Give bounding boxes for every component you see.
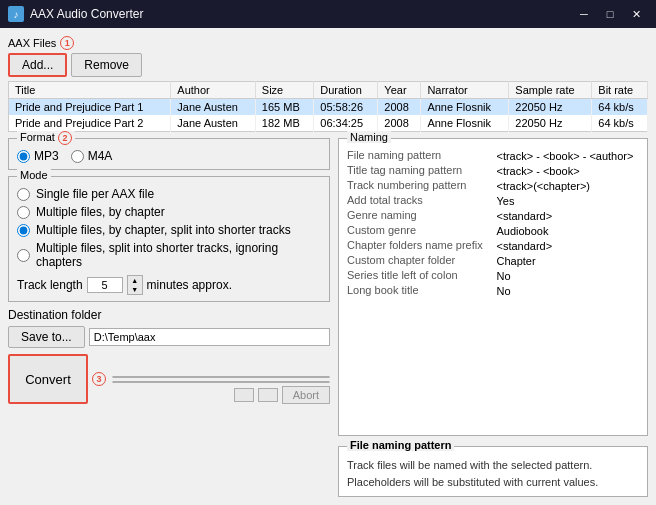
track-length-label: Track length — [17, 278, 83, 292]
mode-title: Mode — [17, 169, 51, 181]
file-table: Title Author Size Duration Year Narrator… — [8, 81, 648, 132]
format-m4a-radio[interactable] — [71, 150, 84, 163]
table-cell: 64 kb/s — [592, 99, 648, 116]
col-narrator: Narrator — [421, 82, 509, 99]
mode-option-3[interactable]: Multiple files, split into shorter track… — [17, 241, 321, 269]
naming-row: Title tag naming pattern<track> - <book> — [347, 164, 639, 177]
naming-key: Genre naming — [347, 209, 494, 222]
destination-label: Destination folder — [8, 308, 330, 322]
mode-option-0[interactable]: Single file per AAX file — [17, 187, 321, 201]
track-length-spinner: ▲ ▼ — [127, 275, 143, 295]
track-length-input[interactable] — [87, 277, 123, 293]
naming-value: <standard> — [496, 239, 639, 252]
naming-key: Chapter folders name prefix — [347, 239, 494, 252]
table-cell: Pride and Prejudice Part 1 — [9, 99, 171, 116]
aax-badge: 1 — [60, 36, 74, 50]
save-to-button[interactable]: Save to... — [8, 326, 85, 348]
mode-label-3: Multiple files, split into shorter track… — [36, 241, 321, 269]
progress-mini-btn-2[interactable] — [258, 388, 278, 402]
mode-option-1[interactable]: Multiple files, by chapter — [17, 205, 321, 219]
progress-bar-2 — [112, 381, 330, 383]
format-title: Format 2 — [17, 131, 75, 145]
main-content: AAX Files 1 Add... Remove Title Author S… — [0, 28, 656, 505]
table-cell: 2008 — [378, 115, 421, 132]
title-bar-controls: ─ □ ✕ — [572, 5, 648, 23]
spinner-down[interactable]: ▼ — [128, 285, 142, 294]
mode-radio-1[interactable] — [17, 206, 30, 219]
maximize-button[interactable]: □ — [598, 5, 622, 23]
naming-row: Genre naming<standard> — [347, 209, 639, 222]
bottom-section: Format 2 MP3 M4A Mode — [8, 138, 648, 497]
naming-row: Long book titleNo — [347, 284, 639, 297]
convert-button[interactable]: Convert — [8, 354, 88, 404]
naming-value: Yes — [496, 194, 639, 207]
table-cell: 06:34:25 — [314, 115, 378, 132]
col-bit-rate: Bit rate — [592, 82, 648, 99]
naming-row: Add total tracksYes — [347, 194, 639, 207]
naming-key: Title tag naming pattern — [347, 164, 494, 177]
naming-key: Series title left of colon — [347, 269, 494, 282]
right-panel: Naming File naming pattern<track> - <boo… — [338, 138, 648, 497]
naming-row: Track numbering pattern<track>(<chapter>… — [347, 179, 639, 192]
minimize-button[interactable]: ─ — [572, 5, 596, 23]
table-cell: 22050 Hz — [509, 99, 592, 116]
naming-value: <standard> — [496, 209, 639, 222]
convert-row: Convert 3 Abort — [8, 354, 330, 404]
table-cell: Pride and Prejudice Part 2 — [9, 115, 171, 132]
mode-radio-3[interactable] — [17, 249, 30, 262]
destination-row: Save to... — [8, 326, 330, 348]
format-m4a-option[interactable]: M4A — [71, 149, 113, 163]
title-bar-left: ♪ AAX Audio Converter — [8, 6, 143, 22]
format-options-row: MP3 M4A — [17, 149, 321, 163]
table-cell: 182 MB — [255, 115, 313, 132]
aax-buttons-row: Add... Remove — [8, 53, 648, 77]
table-row[interactable]: Pride and Prejudice Part 1Jane Austen165… — [9, 99, 648, 116]
mode-radio-0[interactable] — [17, 188, 30, 201]
aax-files-section: AAX Files 1 Add... Remove Title Author S… — [8, 36, 648, 132]
table-row[interactable]: Pride and Prejudice Part 2Jane Austen182… — [9, 115, 648, 132]
abort-button[interactable]: Abort — [282, 386, 330, 404]
naming-value: Chapter — [496, 254, 639, 267]
mode-option-2[interactable]: Multiple files, by chapter, split into s… — [17, 223, 321, 237]
naming-section: Naming File naming pattern<track> - <boo… — [338, 138, 648, 436]
title-bar: ♪ AAX Audio Converter ─ □ ✕ — [0, 0, 656, 28]
naming-title: Naming — [347, 131, 391, 143]
format-mp3-radio[interactable] — [17, 150, 30, 163]
naming-row: Custom chapter folderChapter — [347, 254, 639, 267]
table-cell: 2008 — [378, 99, 421, 116]
naming-table: File naming pattern<track> - <book> - <a… — [339, 139, 647, 303]
table-cell: Anne Flosnik — [421, 115, 509, 132]
naming-value: No — [496, 269, 639, 282]
progress-mini-btn-1[interactable] — [234, 388, 254, 402]
destination-section: Destination folder Save to... — [8, 308, 330, 348]
naming-key: Add total tracks — [347, 194, 494, 207]
naming-value: Audiobook — [496, 224, 639, 237]
add-button[interactable]: Add... — [8, 53, 67, 77]
spinner-up[interactable]: ▲ — [128, 276, 142, 285]
naming-key: Custom chapter folder — [347, 254, 494, 267]
naming-value: <track> - <book> - <author> — [496, 149, 639, 162]
track-length-row: Track length ▲ ▼ minutes approx. — [17, 275, 321, 295]
app-icon: ♪ — [8, 6, 24, 22]
format-badge: 2 — [58, 131, 72, 145]
format-mp3-option[interactable]: MP3 — [17, 149, 59, 163]
mode-section: Mode Single file per AAX file Multiple f… — [8, 176, 330, 302]
close-button[interactable]: ✕ — [624, 5, 648, 23]
app-title: AAX Audio Converter — [30, 7, 143, 21]
mode-label-1: Multiple files, by chapter — [36, 205, 165, 219]
mode-label-2: Multiple files, by chapter, split into s… — [36, 223, 291, 237]
mode-label-0: Single file per AAX file — [36, 187, 154, 201]
table-cell: 05:58:26 — [314, 99, 378, 116]
naming-row: File naming pattern<track> - <book> - <a… — [347, 149, 639, 162]
remove-button[interactable]: Remove — [71, 53, 142, 77]
track-length-unit: minutes approx. — [147, 278, 232, 292]
naming-key: Track numbering pattern — [347, 179, 494, 192]
col-duration: Duration — [314, 82, 378, 99]
aax-files-title: AAX Files — [8, 37, 56, 49]
destination-input[interactable] — [89, 328, 330, 346]
naming-row: Series title left of colonNo — [347, 269, 639, 282]
file-pattern-title: File naming pattern — [347, 439, 454, 451]
mode-radio-2[interactable] — [17, 224, 30, 237]
aax-files-label: AAX Files 1 — [8, 36, 648, 50]
table-cell: Jane Austen — [171, 115, 255, 132]
